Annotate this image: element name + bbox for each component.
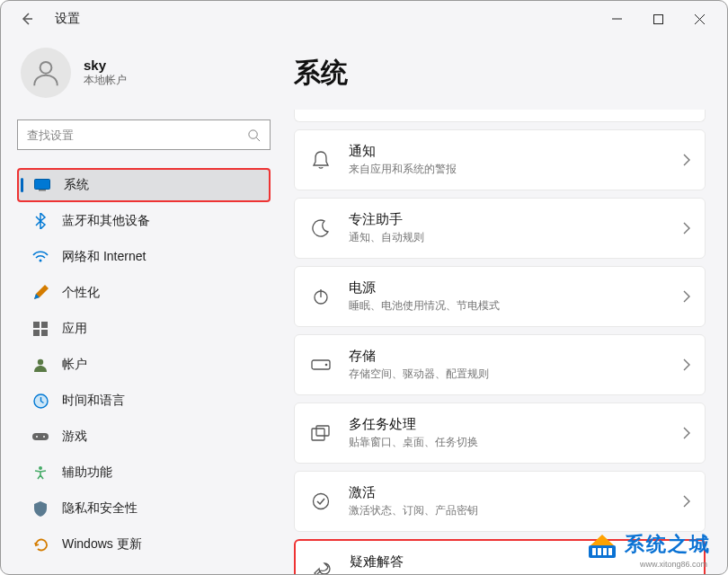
main-content: 系统 通知来自应用和系统的警报 专注助手通知、自动规则 电源睡眠、电池使用情况、… [280,37,727,574]
svg-point-19 [39,466,42,470]
bluetooth-icon [31,212,49,230]
watermark-logo-icon [587,529,617,560]
svg-rect-8 [39,190,46,191]
activation-icon [309,490,333,513]
sidebar-item-bluetooth[interactable]: 蓝牙和其他设备 [17,204,271,238]
card-sub: 通知、自动规则 [349,230,683,245]
chevron-right-icon [683,154,690,166]
svg-point-5 [249,129,257,137]
watermark-url: www.xitong86.com [640,560,707,569]
bell-icon [309,148,333,172]
svg-rect-13 [41,330,48,336]
chevron-right-icon [683,358,690,371]
card-title: 电源 [349,279,683,296]
storage-icon [309,353,333,376]
chevron-right-icon [683,495,690,508]
sidebar: sky 本地帐户 系统 蓝牙和其他设备 网络和 I [1,37,280,574]
multitask-icon [309,421,333,445]
svg-rect-25 [316,426,329,436]
card-activation[interactable]: 激活激活状态、订阅、产品密钥 [294,471,706,532]
svg-point-14 [38,359,43,365]
card-sub: 建议的疑难解答、首选项和历史 [350,572,689,574]
back-button[interactable] [15,7,39,31]
search-icon [247,128,261,142]
card-title: 激活 [349,484,683,501]
svg-point-23 [325,364,328,367]
sidebar-item-label: 应用 [62,321,87,337]
svg-point-18 [43,436,45,438]
card-sub: 睡眠、电池使用情况、节电模式 [349,298,683,314]
svg-rect-30 [603,548,607,555]
minimize-icon [612,14,622,24]
close-icon [695,14,705,24]
svg-point-9 [40,260,42,262]
card-partial-top [294,110,706,122]
svg-rect-31 [608,548,612,555]
svg-rect-12 [33,330,40,336]
card-sub: 来自应用和系统的警报 [349,162,683,177]
close-button[interactable] [679,4,720,33]
apps-icon [31,320,49,338]
watermark: 系统之城 [587,529,711,560]
card-power[interactable]: 电源睡眠、电池使用情况、节电模式 [294,266,706,327]
sidebar-item-update[interactable]: Windows 更新 [17,527,271,562]
sidebar-item-system[interactable]: 系统 [17,168,271,202]
card-storage[interactable]: 存储存储空间、驱动器、配置规则 [294,334,706,395]
card-multitasking[interactable]: 多任务处理贴靠窗口、桌面、任务切换 [294,402,706,464]
chevron-right-icon [683,290,690,303]
person-icon [31,58,61,88]
privacy-icon [31,500,49,518]
sidebar-item-privacy[interactable]: 隐私和安全性 [17,491,271,526]
network-icon [31,248,49,266]
moon-icon [309,217,333,240]
chevron-right-icon [683,222,690,234]
sidebar-item-label: 帐户 [62,357,87,373]
chevron-right-icon [683,427,690,439]
page-title: 系统 [294,55,706,92]
card-title: 通知 [349,143,683,160]
titlebar: 设置 [1,1,727,37]
svg-rect-28 [592,548,596,555]
window-title: 设置 [55,11,80,27]
svg-rect-24 [312,429,324,440]
search-box[interactable] [17,119,271,150]
sidebar-item-accounts[interactable]: 帐户 [17,348,271,382]
update-icon [31,535,49,553]
sidebar-item-apps[interactable]: 应用 [17,312,271,346]
accessibility-icon [31,464,49,482]
power-icon [309,285,333,308]
gaming-icon [31,428,49,446]
sidebar-item-label: 游戏 [62,429,87,445]
profile-sub: 本地帐户 [84,73,127,88]
card-notifications[interactable]: 通知来自应用和系统的警报 [294,129,706,190]
sidebar-item-accessibility[interactable]: 辅助功能 [17,456,271,490]
sidebar-item-gaming[interactable]: 游戏 [17,420,271,454]
svg-point-26 [314,494,329,509]
sidebar-item-label: 时间和语言 [62,393,125,409]
svg-rect-16 [32,433,49,440]
troubleshoot-icon [310,559,333,574]
sidebar-item-personalization[interactable]: 个性化 [17,276,271,310]
sidebar-item-network[interactable]: 网络和 Internet [17,240,271,274]
search-input[interactable] [27,128,247,142]
card-sub: 贴靠窗口、桌面、任务切换 [349,435,683,450]
card-title: 专注助手 [349,211,683,228]
sidebar-item-label: 辅助功能 [62,464,112,481]
sidebar-item-label: 个性化 [62,285,100,301]
sidebar-item-time-language[interactable]: 时间和语言 [17,384,271,418]
maximize-button[interactable] [637,4,679,33]
svg-rect-11 [41,322,48,328]
maximize-icon [653,14,663,24]
minimize-button[interactable] [596,4,637,33]
card-sub: 存储空间、驱动器、配置规则 [349,367,683,382]
sidebar-item-label: 网络和 Internet [62,249,146,265]
card-title: 多任务处理 [349,416,683,433]
svg-rect-29 [598,548,601,555]
card-focus-assist[interactable]: 专注助手通知、自动规则 [294,198,706,259]
personalize-icon [31,284,49,302]
account-icon [31,356,49,374]
svg-rect-1 [653,14,662,23]
profile-block[interactable]: sky 本地帐户 [17,48,271,98]
svg-point-17 [36,436,38,438]
profile-name: sky [84,58,127,73]
